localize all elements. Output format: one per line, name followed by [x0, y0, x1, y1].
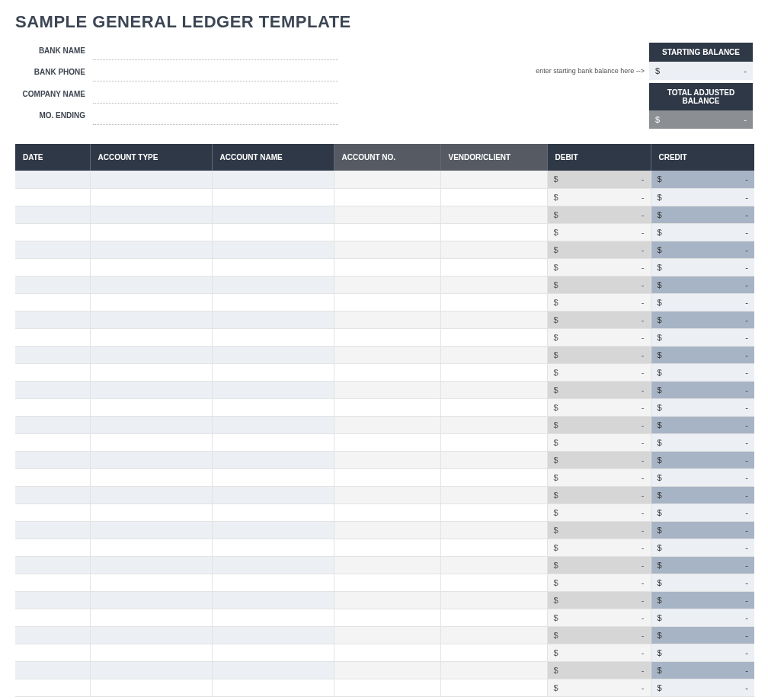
- table-cell-date[interactable]: [15, 363, 90, 381]
- table-cell-acct-name[interactable]: [212, 258, 334, 276]
- table-cell-date[interactable]: [15, 539, 90, 556]
- table-cell-acct-type[interactable]: [90, 416, 212, 433]
- table-cell-vendor[interactable]: [440, 346, 547, 363]
- table-cell-acct-type[interactable]: [90, 311, 212, 328]
- table-cell-vendor[interactable]: [440, 241, 547, 258]
- table-cell-date[interactable]: [15, 468, 90, 486]
- table-cell-acct-type[interactable]: [90, 381, 212, 398]
- table-cell-debit[interactable]: $-: [547, 241, 651, 258]
- table-cell-acct-name[interactable]: [212, 381, 334, 398]
- table-cell-vendor[interactable]: [440, 503, 547, 521]
- table-cell-debit[interactable]: $-: [547, 398, 651, 416]
- table-cell-acct-type[interactable]: [90, 661, 212, 679]
- table-cell-credit[interactable]: $-: [651, 609, 754, 626]
- table-cell-acct-type[interactable]: [90, 574, 212, 591]
- table-cell-acct-no[interactable]: [334, 223, 440, 241]
- table-cell-credit[interactable]: $-: [651, 503, 754, 521]
- table-cell-acct-no[interactable]: [334, 556, 440, 574]
- table-cell-date[interactable]: [15, 679, 90, 696]
- table-cell-acct-type[interactable]: [90, 206, 212, 223]
- table-cell-acct-name[interactable]: [212, 574, 334, 591]
- table-cell-acct-name[interactable]: [212, 206, 334, 223]
- table-cell-acct-type[interactable]: [90, 591, 212, 609]
- table-cell-acct-name[interactable]: [212, 486, 334, 503]
- table-cell-acct-name[interactable]: [212, 503, 334, 521]
- table-cell-acct-no[interactable]: [334, 328, 440, 346]
- table-cell-acct-no[interactable]: [334, 381, 440, 398]
- table-cell-vendor[interactable]: [440, 311, 547, 328]
- table-cell-acct-name[interactable]: [212, 241, 334, 258]
- table-cell-debit[interactable]: $-: [547, 468, 651, 486]
- table-cell-credit[interactable]: $-: [651, 381, 754, 398]
- table-cell-acct-type[interactable]: [90, 188, 212, 206]
- table-cell-acct-no[interactable]: [334, 188, 440, 206]
- table-cell-acct-no[interactable]: [334, 171, 440, 188]
- table-cell-vendor[interactable]: [440, 171, 547, 188]
- table-cell-acct-no[interactable]: [334, 451, 440, 468]
- table-cell-debit[interactable]: $-: [547, 328, 651, 346]
- table-cell-vendor[interactable]: [440, 433, 547, 451]
- table-cell-acct-name[interactable]: [212, 451, 334, 468]
- table-cell-acct-name[interactable]: [212, 679, 334, 696]
- table-cell-credit[interactable]: $-: [651, 451, 754, 468]
- table-cell-acct-no[interactable]: [334, 591, 440, 609]
- table-cell-acct-name[interactable]: [212, 468, 334, 486]
- table-cell-date[interactable]: [15, 661, 90, 679]
- table-cell-credit[interactable]: $-: [651, 486, 754, 503]
- table-cell-debit[interactable]: $-: [547, 486, 651, 503]
- table-cell-credit[interactable]: $-: [651, 661, 754, 679]
- table-cell-acct-type[interactable]: [90, 626, 212, 644]
- table-cell-acct-no[interactable]: [334, 346, 440, 363]
- table-cell-debit[interactable]: $-: [547, 381, 651, 398]
- table-cell-acct-no[interactable]: [334, 363, 440, 381]
- table-cell-credit[interactable]: $-: [651, 644, 754, 661]
- table-cell-vendor[interactable]: [440, 276, 547, 293]
- info-input[interactable]: [93, 86, 338, 104]
- info-input[interactable]: [93, 43, 338, 60]
- table-cell-date[interactable]: [15, 503, 90, 521]
- table-cell-date[interactable]: [15, 276, 90, 293]
- table-cell-date[interactable]: [15, 311, 90, 328]
- table-cell-acct-no[interactable]: [334, 241, 440, 258]
- table-cell-acct-no[interactable]: [334, 293, 440, 311]
- table-cell-acct-name[interactable]: [212, 311, 334, 328]
- table-cell-credit[interactable]: $-: [651, 468, 754, 486]
- table-cell-acct-type[interactable]: [90, 486, 212, 503]
- table-cell-vendor[interactable]: [440, 574, 547, 591]
- table-cell-debit[interactable]: $-: [547, 171, 651, 188]
- table-cell-acct-no[interactable]: [334, 609, 440, 626]
- table-cell-credit[interactable]: $-: [651, 311, 754, 328]
- table-cell-acct-name[interactable]: [212, 223, 334, 241]
- table-cell-credit[interactable]: $-: [651, 223, 754, 241]
- table-cell-date[interactable]: [15, 398, 90, 416]
- table-cell-vendor[interactable]: [440, 206, 547, 223]
- table-cell-credit[interactable]: $-: [651, 556, 754, 574]
- table-cell-acct-type[interactable]: [90, 276, 212, 293]
- table-cell-acct-type[interactable]: [90, 556, 212, 574]
- table-cell-vendor[interactable]: [440, 626, 547, 644]
- table-cell-acct-name[interactable]: [212, 433, 334, 451]
- table-cell-credit[interactable]: $-: [651, 433, 754, 451]
- table-cell-acct-type[interactable]: [90, 258, 212, 276]
- table-cell-acct-name[interactable]: [212, 626, 334, 644]
- table-cell-acct-type[interactable]: [90, 539, 212, 556]
- table-cell-acct-no[interactable]: [334, 626, 440, 644]
- table-cell-debit[interactable]: $-: [547, 346, 651, 363]
- table-cell-debit[interactable]: $-: [547, 223, 651, 241]
- table-cell-acct-name[interactable]: [212, 416, 334, 433]
- table-cell-acct-name[interactable]: [212, 363, 334, 381]
- table-cell-acct-name[interactable]: [212, 398, 334, 416]
- table-cell-vendor[interactable]: [440, 644, 547, 661]
- table-cell-acct-no[interactable]: [334, 398, 440, 416]
- table-cell-debit[interactable]: $-: [547, 539, 651, 556]
- table-cell-acct-name[interactable]: [212, 539, 334, 556]
- table-cell-debit[interactable]: $-: [547, 293, 651, 311]
- table-cell-credit[interactable]: $-: [651, 416, 754, 433]
- table-cell-credit[interactable]: $-: [651, 241, 754, 258]
- table-cell-debit[interactable]: $-: [547, 206, 651, 223]
- table-cell-acct-no[interactable]: [334, 206, 440, 223]
- table-cell-credit[interactable]: $-: [651, 346, 754, 363]
- table-cell-date[interactable]: [15, 556, 90, 574]
- table-cell-date[interactable]: [15, 381, 90, 398]
- table-cell-date[interactable]: [15, 609, 90, 626]
